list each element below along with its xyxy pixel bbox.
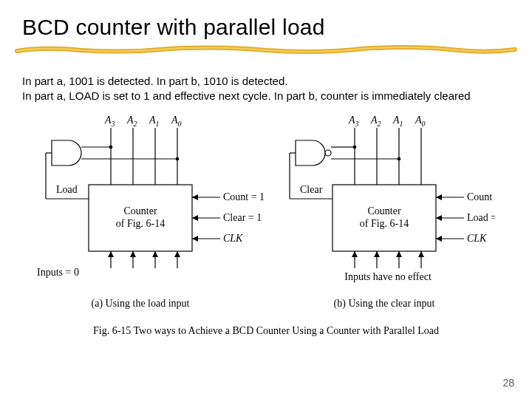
svg-marker-17 [192, 194, 198, 200]
svg-marker-52 [436, 236, 442, 242]
label-load: Load [56, 184, 78, 195]
svg-point-40 [353, 146, 357, 149]
label-clk-b: CLK [467, 233, 487, 244]
box-b-line2: of Fig. 6-14 [360, 218, 409, 229]
caption-a: (a) Using the load input [92, 298, 190, 310]
svg-text:A1: A1 [392, 115, 403, 128]
svg-text:A2: A2 [126, 115, 137, 128]
box-b-line1: Counter [367, 205, 400, 216]
body-line-2: In part a, LOAD is set to 1 and effectiv… [22, 89, 471, 102]
label-inputs-b: Inputs have no effect [344, 271, 432, 282]
svg-marker-21 [192, 236, 198, 242]
svg-point-42 [398, 157, 401, 161]
box-a-line2: of Fig. 6-14 [116, 218, 166, 229]
page-title: BCD counter with parallel load [22, 15, 325, 40]
label-load-b: Load = 0 [467, 212, 495, 223]
title-underline [15, 44, 517, 55]
subfigure-a: A3 A2 A1 A0 Load Counter of Fig. 6- [37, 115, 265, 310]
subfigure-b: A3 A2 A1 A0 Clear Counter of Fig. 6 [290, 115, 495, 310]
svg-marker-25 [130, 251, 136, 257]
figure-caption: Fig. 6-15 Two ways to Achieve a BCD Coun… [0, 325, 532, 337]
caption-b: (b) Using the clear input [334, 298, 435, 310]
figure-6-15: A3 A2 A1 A0 Load Counter of Fig. 6- [37, 115, 495, 329]
label-clear-b: Clear [300, 184, 323, 195]
svg-text:A3: A3 [104, 115, 115, 128]
page-number: 28 [502, 377, 514, 389]
svg-marker-48 [436, 194, 442, 200]
label-count-a: Count = 1 [223, 191, 265, 202]
svg-text:A0: A0 [415, 115, 426, 128]
svg-marker-58 [396, 251, 402, 257]
box-a-line1: Counter [123, 205, 157, 216]
svg-text:A3: A3 [348, 115, 359, 128]
svg-text:A2: A2 [370, 115, 381, 128]
label-count-b: Count = 1 [467, 191, 495, 202]
svg-text:A0: A0 [171, 115, 182, 128]
svg-marker-56 [374, 251, 380, 257]
svg-marker-27 [152, 251, 158, 257]
body-line-1: In part a, 1001 is detected. In part b, … [22, 75, 287, 87]
slide: BCD counter with parallel load In part a… [0, 0, 532, 399]
label-clear-a: Clear = 1 [223, 212, 262, 223]
svg-point-11 [176, 157, 180, 161]
svg-marker-54 [352, 251, 358, 257]
svg-marker-23 [108, 251, 114, 257]
svg-marker-60 [418, 251, 424, 257]
svg-marker-29 [174, 251, 180, 257]
svg-point-38 [325, 150, 331, 156]
description-text: In part a, 1001 is detected. In part b, … [22, 74, 471, 104]
svg-text:A1: A1 [149, 115, 160, 128]
label-inputs-a: Inputs = 0 [37, 267, 79, 278]
svg-marker-19 [192, 215, 198, 221]
svg-point-9 [109, 146, 113, 149]
label-clk-a: CLK [223, 233, 243, 244]
svg-marker-50 [436, 215, 442, 221]
